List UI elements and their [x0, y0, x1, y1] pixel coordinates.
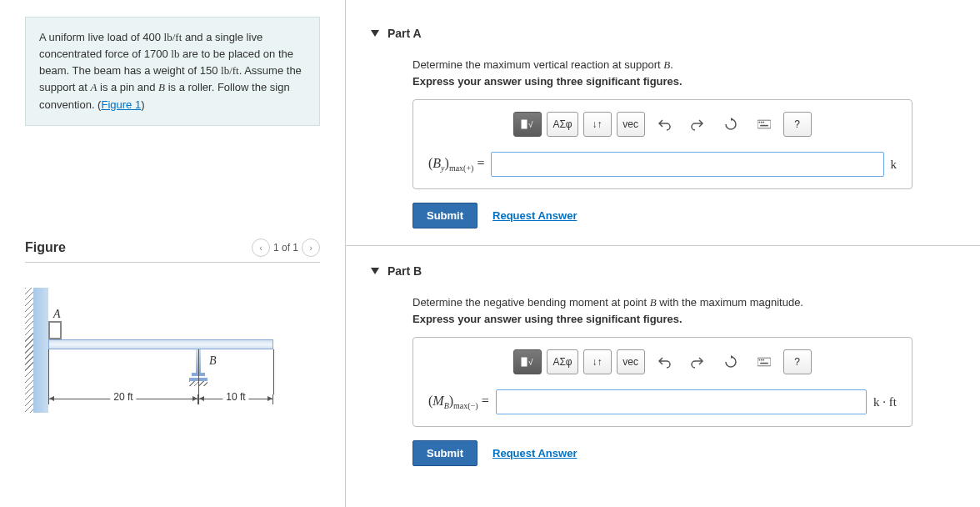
- dim-2: 10 ft: [222, 391, 248, 403]
- part-B-title: Part B: [388, 264, 422, 278]
- svg-text:√: √: [528, 120, 533, 129]
- part-B-prompt-text: with the maximum magnitude.: [657, 296, 803, 309]
- svg-rect-5: [762, 122, 764, 123]
- problem-unit1: lb/ft: [164, 31, 182, 43]
- svg-rect-6: [760, 125, 768, 127]
- caret-down-icon: [371, 268, 379, 274]
- reset-icon[interactable]: [717, 349, 745, 374]
- pager-next-button[interactable]: ›: [302, 238, 320, 257]
- part-A-submit-button[interactable]: Submit: [412, 203, 478, 228]
- vec-button[interactable]: vec: [617, 112, 645, 137]
- vec-button[interactable]: vec: [617, 349, 645, 374]
- greek-button[interactable]: ΑΣφ: [547, 349, 578, 374]
- part-B-unit: k · ft: [873, 395, 897, 409]
- subscript-button[interactable]: ↓↑: [583, 112, 612, 137]
- pager-text: 1 of 1: [273, 242, 298, 254]
- svg-rect-13: [760, 363, 768, 364]
- part-A-lhs: (By)max(+) =: [428, 156, 484, 173]
- figure-section: Figure ‹ 1 of 1 › A B: [25, 238, 320, 438]
- part-A: Part A Determine the maximum vertical re…: [346, 8, 980, 246]
- right-panel: Part A Determine the maximum vertical re…: [346, 0, 980, 507]
- part-B-lhs: (MB)max(−) =: [428, 394, 489, 410]
- dim-1: 20 ft: [110, 391, 136, 403]
- svg-rect-3: [758, 122, 760, 123]
- part-A-prompt-text: Determine the maximum vertical reaction …: [412, 58, 663, 71]
- part-B-prompt: Determine the negative bending moment at…: [412, 296, 947, 309]
- part-A-title: Part A: [388, 27, 422, 40]
- svg-rect-9: [758, 358, 771, 366]
- part-A-header[interactable]: Part A: [371, 27, 947, 40]
- caret-down-icon: [371, 30, 379, 37]
- part-A-request-answer-link[interactable]: Request Answer: [492, 209, 577, 222]
- help-button[interactable]: ?: [783, 349, 812, 374]
- undo-icon[interactable]: [650, 112, 678, 137]
- part-B: Part B Determine the negative bending mo…: [346, 246, 980, 483]
- keyboard-icon[interactable]: [750, 349, 778, 374]
- undo-icon[interactable]: [650, 349, 678, 374]
- problem-text: A uniform live load of 400: [39, 31, 164, 43]
- problem-unit2: lb: [171, 48, 179, 60]
- template-icon[interactable]: √: [513, 112, 542, 137]
- svg-rect-11: [761, 359, 762, 361]
- left-panel: A uniform live load of 400 lb/ft and a s…: [0, 0, 346, 507]
- figure-label-A: A: [53, 308, 61, 321]
- greek-button[interactable]: ΑΣφ: [547, 112, 578, 137]
- part-B-header[interactable]: Part B: [371, 264, 947, 278]
- figure-label-B: B: [209, 354, 217, 368]
- svg-rect-0: [522, 120, 527, 128]
- problem-text: ): [141, 98, 144, 111]
- var-B: B: [158, 81, 165, 93]
- part-B-request-answer-link[interactable]: Request Answer: [492, 447, 577, 459]
- redo-icon[interactable]: [683, 349, 712, 374]
- part-B-toolbar: √ ΑΣφ ↓↑ vec ?: [428, 349, 897, 374]
- pager-prev-button[interactable]: ‹: [252, 238, 270, 257]
- help-button[interactable]: ?: [783, 112, 812, 137]
- figure-pager: ‹ 1 of 1 ›: [252, 238, 320, 257]
- template-icon[interactable]: √: [513, 349, 542, 374]
- figure-link[interactable]: Figure 1: [101, 98, 141, 111]
- var-B: B: [650, 296, 657, 309]
- beam-figure: A B 20 ft 10 ft: [25, 288, 283, 438]
- part-B-instruction: Express your answer using three signific…: [412, 313, 947, 325]
- figure-title: Figure: [25, 240, 66, 255]
- part-B-answer-box: √ ΑΣφ ↓↑ vec ? (MB)max(−) = k · ft: [412, 337, 912, 427]
- problem-text: is a pin and: [97, 81, 158, 93]
- svg-rect-4: [761, 122, 762, 123]
- svg-rect-12: [762, 359, 764, 361]
- part-A-prompt-text: .: [670, 58, 673, 71]
- redo-icon[interactable]: [683, 112, 712, 137]
- svg-rect-10: [758, 359, 760, 361]
- svg-rect-7: [522, 358, 527, 366]
- part-B-submit-button[interactable]: Submit: [412, 440, 478, 466]
- keyboard-icon[interactable]: [750, 112, 778, 137]
- part-B-answer-input[interactable]: [496, 389, 867, 414]
- part-A-instruction: Express your answer using three signific…: [412, 75, 947, 88]
- part-B-prompt-text: Determine the negative bending moment at…: [412, 296, 650, 309]
- problem-statement: A uniform live load of 400 lb/ft and a s…: [25, 17, 320, 126]
- part-A-prompt: Determine the maximum vertical reaction …: [412, 58, 947, 72]
- reset-icon[interactable]: [717, 112, 745, 137]
- svg-rect-2: [758, 120, 771, 128]
- svg-text:√: √: [528, 358, 533, 367]
- part-A-answer-box: √ ΑΣφ ↓↑ vec ? (By)max(+) = k: [412, 99, 912, 189]
- part-A-answer-input[interactable]: [491, 152, 883, 177]
- part-A-toolbar: √ ΑΣφ ↓↑ vec ?: [428, 112, 897, 137]
- part-A-unit: k: [891, 158, 898, 172]
- problem-unit3: lb/ft: [221, 64, 239, 77]
- subscript-button[interactable]: ↓↑: [583, 349, 612, 374]
